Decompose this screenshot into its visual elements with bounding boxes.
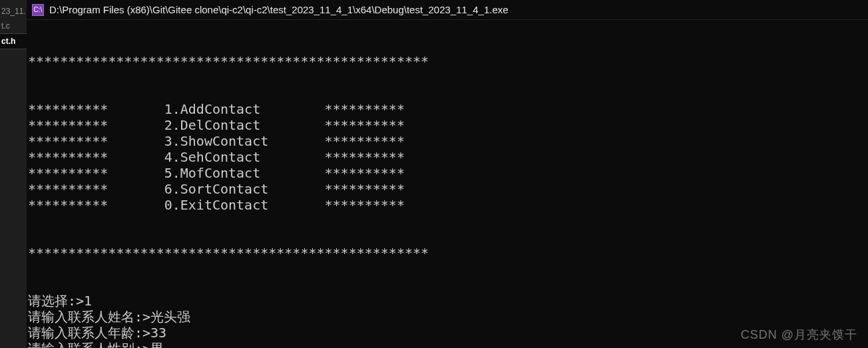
menu-item: ********** 0.ExitContact **********: [28, 197, 868, 213]
menu-item: ********** 3.ShowContact **********: [28, 133, 868, 149]
menu-border: ****************************************…: [28, 53, 868, 69]
tab-fragment[interactable]: t.c: [0, 19, 27, 33]
editor-tab-strip: 23_11. t.c ct.h: [0, 0, 27, 348]
tab-fragment[interactable]: 23_11.: [0, 4, 27, 19]
tab-fragment-active[interactable]: ct.h: [0, 33, 27, 49]
menu-item: ********** 5.MofContact **********: [28, 165, 868, 181]
console-icon: C:\: [32, 4, 44, 16]
console-window: C:\ D:\Program Files (x86)\Git\Gitee clo…: [27, 0, 868, 348]
menu-item: ********** 1.AddContact **********: [28, 101, 868, 117]
window-title: D:\Program Files (x86)\Git\Gitee clone\q…: [49, 4, 509, 15]
menu-border: ****************************************…: [28, 245, 868, 261]
prompt-line: 请输入联系人姓名:>光头强: [28, 309, 868, 325]
console-output[interactable]: ****************************************…: [27, 20, 868, 348]
menu-block: ********** 1.AddContact ****************…: [28, 101, 868, 213]
menu-item: ********** 6.SortContact **********: [28, 181, 868, 197]
menu-item: ********** 2.DelContact **********: [28, 117, 868, 133]
prompt-line: 请选择:>1: [28, 293, 868, 309]
menu-item: ********** 4.SehContact **********: [28, 149, 868, 165]
watermark: CSDN @月亮夹馍干: [741, 327, 857, 343]
title-bar[interactable]: C:\ D:\Program Files (x86)\Git\Gitee clo…: [27, 0, 868, 20]
